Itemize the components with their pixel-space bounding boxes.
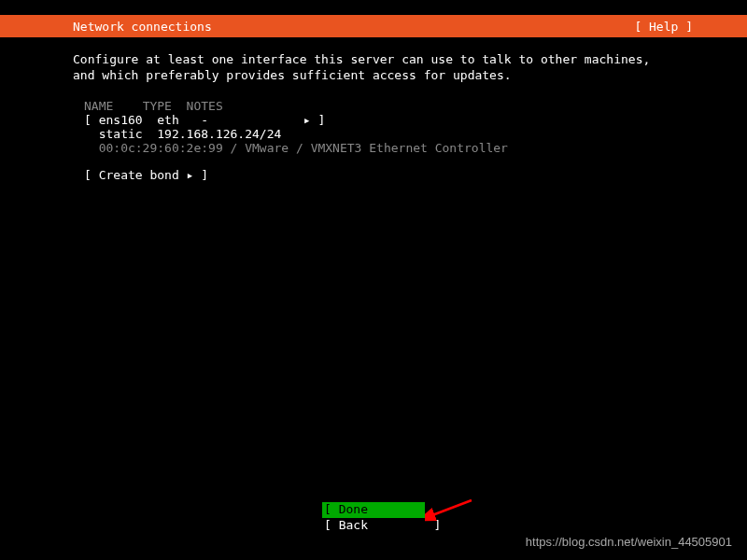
bottom-buttons: [ Done ] [ Back ]: [322, 502, 425, 534]
col-name: NAME: [84, 99, 113, 113]
addr-value: 192.168.126.24/24: [157, 127, 281, 141]
header-bar: Network connections [ Help ]: [0, 15, 747, 37]
chevron-right-icon: ▸: [303, 113, 311, 127]
interface-row[interactable]: [ ens160 eth - ▸ ]: [84, 113, 674, 127]
col-type: TYPE: [143, 99, 172, 113]
instruction-text: Configure at least one interface this se…: [73, 52, 674, 84]
iface-type: eth: [157, 113, 178, 127]
hardware-info: 00:0c:29:60:2e:99 / VMware / VMXNET3 Eth…: [84, 141, 674, 155]
help-button[interactable]: [ Help ]: [634, 20, 740, 34]
iface-notes: -: [201, 113, 208, 127]
iface-name: ens160: [99, 113, 143, 127]
main-content: Configure at least one interface this se…: [0, 37, 747, 182]
create-bond-button[interactable]: [ Create bond ▸ ]: [84, 168, 674, 182]
col-notes: NOTES: [187, 99, 223, 113]
page-title: Network connections: [7, 20, 212, 34]
back-button[interactable]: [ Back ]: [322, 518, 425, 534]
table-header-row: NAME TYPE NOTES: [84, 99, 674, 113]
addr-mode: static: [99, 127, 143, 141]
address-row: static 192.168.126.24/24: [84, 127, 674, 141]
done-button[interactable]: [ Done ]: [322, 502, 425, 518]
watermark-text: https://blog.csdn.net/weixin_44505901: [526, 535, 732, 549]
interface-table: NAME TYPE NOTES [ ens160 eth - ▸ ] stati…: [84, 99, 674, 155]
